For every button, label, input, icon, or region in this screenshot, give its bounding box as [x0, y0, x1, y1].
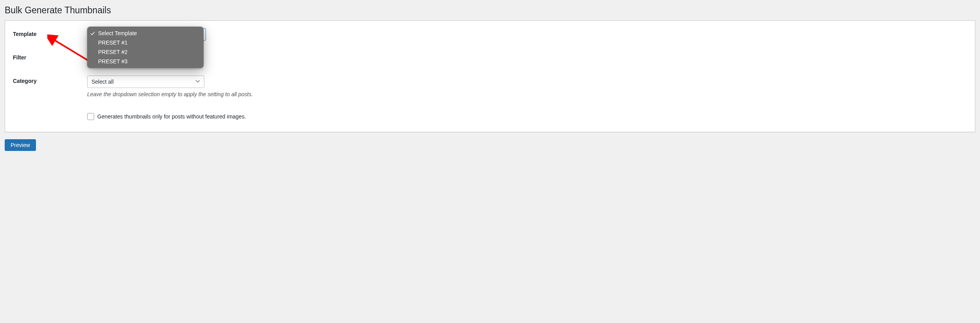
check-icon: [90, 31, 95, 36]
template-option-label: PRESET #3: [98, 58, 127, 65]
template-option-preset3[interactable]: PRESET #3: [87, 57, 204, 66]
category-helper-text: Leave the dropdown selection empty to ap…: [87, 91, 967, 97]
only-without-featured-checkbox[interactable]: [87, 113, 94, 120]
template-option-label: Select Template: [98, 30, 137, 36]
template-label: Template: [13, 29, 87, 37]
page-title: Bulk Generate Thumbnails: [5, 5, 975, 16]
only-without-featured-row: Generates thumbnails only for posts with…: [87, 113, 967, 120]
settings-panel: Template Select Template PRESET #1 PRESE…: [5, 20, 975, 132]
template-option-select[interactable]: Select Template: [87, 29, 204, 38]
category-select[interactable]: Select all: [87, 75, 204, 88]
template-option-preset2[interactable]: PRESET #2: [87, 47, 204, 57]
template-row: Template Select Template PRESET #1 PRESE…: [13, 29, 967, 41]
only-without-featured-label[interactable]: Generates thumbnails only for posts with…: [97, 113, 246, 120]
preview-button[interactable]: Preview: [5, 139, 36, 151]
filter-label: Filter: [13, 52, 87, 61]
category-row: Category Select all Leave the dropdown s…: [13, 75, 967, 97]
category-label: Category: [13, 75, 87, 84]
template-dropdown[interactable]: Select Template PRESET #1 PRESET #2 PRES…: [87, 27, 204, 68]
template-option-preset1[interactable]: PRESET #1: [87, 38, 204, 47]
template-option-label: PRESET #1: [98, 39, 127, 46]
template-option-label: PRESET #2: [98, 49, 127, 55]
